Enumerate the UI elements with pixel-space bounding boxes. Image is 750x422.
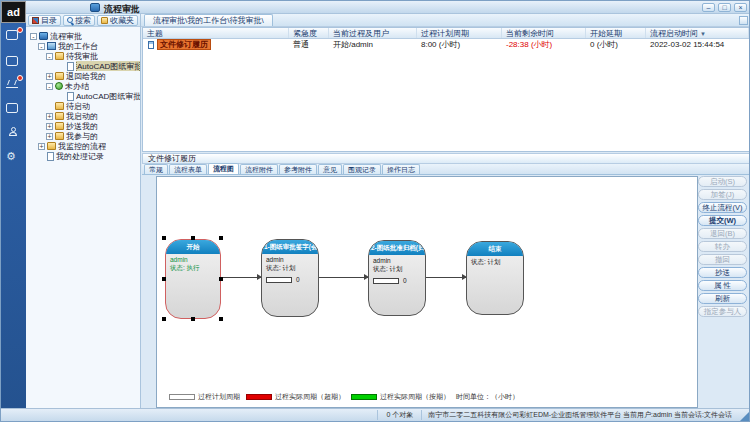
panel-toolbar: 目录 搜索 收藏夹	[26, 14, 140, 27]
tab-operation-log[interactable]: 操作日志	[382, 164, 420, 174]
resize-grip-icon[interactable]	[740, 412, 749, 421]
countersign-button: 加签(J)	[698, 189, 747, 200]
tree-item-autocad-flow[interactable]: AutoCAD图纸审批归档流程 (1)	[28, 61, 140, 71]
activity-icon[interactable]	[6, 78, 20, 90]
col-urgency[interactable]: 紧急度	[289, 28, 329, 38]
detail-tabbar: 常规 流程表单 流程图 流程附件 参考附件 意见 围观记录 操作日志	[142, 164, 750, 175]
search-button[interactable]: 搜索	[63, 15, 95, 26]
tree-item-root[interactable]: -流程审批	[28, 31, 140, 41]
expander-icon[interactable]: -	[30, 33, 37, 40]
tab-opinions[interactable]: 意见	[318, 164, 342, 174]
col-start-time[interactable]: 流程启动时间▼	[646, 28, 749, 38]
return-button: 退回(B)	[698, 228, 747, 239]
cc-button[interactable]: 抄送	[698, 267, 747, 278]
tree-item-to-start[interactable]: 待启动	[28, 101, 140, 111]
col-remaining-time[interactable]: 当前剩余时间	[502, 28, 586, 38]
expander-icon[interactable]: +	[46, 113, 53, 120]
folder-icon	[55, 52, 64, 60]
tree-item-cc-to-me[interactable]: +抄送我的	[28, 121, 140, 131]
left-icon-strip: ⚙	[1, 23, 26, 410]
flow-node-end[interactable]: 结束 状态: 计划	[466, 241, 524, 315]
favorites-button[interactable]: 收藏夹	[97, 15, 138, 26]
refresh-button[interactable]: 刷新	[698, 293, 747, 304]
expander-icon[interactable]: +	[46, 123, 53, 130]
expander-icon[interactable]: +	[46, 73, 53, 80]
status-bar: 0 个对象 南宁市二零二五科技有限公司彩虹EDM-企业图纸管理软件平台 当前用户…	[1, 408, 750, 421]
breadcrumb-tab[interactable]: 流程审批\我的工作台\待我审批\	[144, 14, 273, 26]
tree-item-history[interactable]: 我的处理记录	[28, 151, 140, 161]
row-planned-period: 8:00 (小时)	[417, 39, 502, 50]
main-panel: 流程审批\我的工作台\待我审批\ 主题 紧急度 当前过程及用户 过程计划周期 当…	[141, 14, 750, 410]
documents-icon[interactable]	[6, 103, 20, 115]
message-icon[interactable]	[6, 30, 20, 42]
col-current-process[interactable]: 当前过程及用户	[329, 28, 417, 38]
col-subject[interactable]: 主题	[143, 28, 289, 38]
start-button: 启动(S)	[698, 176, 747, 187]
tree-item-autocad-flow-2[interactable]: AutoCAD图纸审批归档流程 (1)	[28, 91, 140, 101]
node-user: admin	[266, 256, 314, 264]
properties-button[interactable]: 属 性	[698, 280, 747, 291]
folder-icon[interactable]	[6, 56, 20, 68]
expander-icon[interactable]: -	[38, 43, 45, 50]
settings-gear-icon[interactable]: ⚙	[6, 151, 20, 163]
table-row[interactable]: 文件修订履历 普通 开始/admin 8:00 (小时) -28:38 (小时)…	[143, 39, 749, 50]
action-button-panel: 启动(S) 加签(J) 终止流程(V) 提交(W) 退回(B) 转办 撤回 抄送…	[698, 176, 747, 319]
progress-value: 0	[296, 276, 300, 283]
folder-icon	[55, 102, 64, 110]
brand-logo: ad	[1, 1, 26, 23]
tree-item-participated[interactable]: +我参与的	[28, 131, 140, 141]
tree-item-started-by-me[interactable]: +我启动的	[28, 111, 140, 121]
submit-button[interactable]: 提交(W)	[698, 215, 747, 226]
tree-item-pending-approval[interactable]: -待我审批	[28, 51, 140, 61]
tab-list-icon[interactable]	[739, 16, 748, 25]
row-urgency: 普通	[289, 39, 329, 50]
flow-canvas[interactable]: 开始 admin 状态: 执行 1-图纸审批签字(会签)	[156, 176, 698, 408]
favorites-icon	[101, 17, 108, 24]
tab-reference-attachments[interactable]: 参考附件	[279, 164, 317, 174]
selection-handle[interactable]	[191, 236, 195, 240]
expander-icon[interactable]: +	[38, 143, 45, 150]
flow-node-start[interactable]: 开始 admin 状态: 执行	[165, 239, 221, 319]
row-document-icon	[148, 41, 154, 49]
selection-handle[interactable]	[219, 236, 223, 240]
maximize-button[interactable]: □	[718, 3, 731, 12]
user-icon[interactable]	[6, 127, 20, 139]
directory-button[interactable]: 目录	[28, 15, 61, 26]
selection-handle[interactable]	[162, 317, 166, 321]
tab-process-form[interactable]: 流程表单	[169, 164, 207, 174]
expander-icon[interactable]: -	[46, 83, 53, 90]
folder-icon	[55, 122, 64, 130]
tab-general[interactable]: 常规	[144, 164, 168, 174]
node-status: 状态: 计划	[373, 265, 421, 273]
time-unit-label: 时间单位：（小时）	[456, 392, 519, 402]
tree-item-workbench[interactable]: -我的工作台	[28, 41, 140, 51]
expander-icon[interactable]: -	[46, 53, 53, 60]
row-subject[interactable]: 文件修订履历	[157, 39, 211, 50]
tree-item-monitored[interactable]: +我监控的流程	[28, 141, 140, 151]
tree-item-unfinished[interactable]: -未办结	[28, 81, 140, 91]
col-start-delay[interactable]: 开始延期	[586, 28, 646, 38]
tree-item-returned[interactable]: +退回给我的	[28, 71, 140, 81]
flow-node-review-sign[interactable]: 1-图纸审批签字(会签) admin 状态: 计划 0	[261, 239, 319, 317]
workbench-icon	[47, 42, 56, 50]
selection-handle[interactable]	[162, 236, 166, 240]
tab-process-attachments[interactable]: 流程附件	[240, 164, 278, 174]
terminate-process-button[interactable]: 终止流程(V)	[698, 202, 747, 213]
close-button[interactable]: ×	[734, 3, 747, 12]
expander-icon[interactable]: +	[46, 133, 53, 140]
selection-handle[interactable]	[219, 317, 223, 321]
folder-icon	[55, 72, 64, 80]
message-badge	[17, 27, 23, 33]
tab-view-records[interactable]: 围观记录	[343, 164, 381, 174]
node-status: 状态: 执行	[170, 264, 216, 272]
flow-node-approve-archive[interactable]: 2-图纸批准归档(归档) admin 状态: 计划 0	[368, 240, 426, 316]
minimize-button[interactable]: –	[702, 3, 715, 12]
selection-handle[interactable]	[162, 277, 166, 281]
col-planned-period[interactable]: 过程计划周期	[417, 28, 502, 38]
title-bar: 流程审批 – □ ×	[1, 1, 750, 14]
row-remaining-time: -28:38 (小时)	[502, 39, 586, 50]
row-start-time: 2022-03-02 15:44:54	[646, 39, 749, 50]
progress-bar	[373, 278, 399, 284]
selection-handle[interactable]	[191, 317, 195, 321]
tab-flow-diagram[interactable]: 流程图	[208, 163, 239, 174]
